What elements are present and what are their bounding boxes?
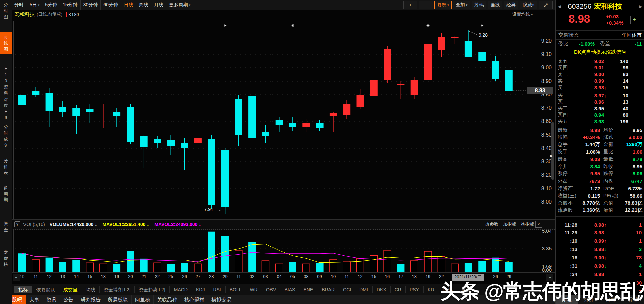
sidebar-item-5[interactable]: 分时成交 <box>0 124 12 148</box>
tab-label: 更多周期 <box>169 2 188 8</box>
panel-resize-handle[interactable] <box>551 122 554 180</box>
dk-signal-link[interactable]: DK点自动提示涨跌信号 <box>556 49 644 55</box>
date-label: 19 <box>110 274 123 279</box>
nav-item-5[interactable]: 研究报告 <box>77 295 104 304</box>
tab-period-8[interactable]: 周线 <box>136 0 151 10</box>
nav-item-8[interactable]: 关联品种 <box>154 295 181 304</box>
quote-tab-异动[interactable]: 异动 <box>622 295 644 304</box>
quote-tab-分价[interactable]: 分价 <box>578 295 600 304</box>
ask-row: 卖五9.02140 <box>556 58 644 64</box>
nav-item-7[interactable]: 问董秘 <box>132 295 154 304</box>
last-price-tag: 8.83 <box>527 87 553 94</box>
indicator-tab-RSI[interactable]: RSI <box>209 286 225 293</box>
kline-chart-region[interactable]: 9.209.109.008.908.808.708.608.508.408.30… <box>12 10 555 273</box>
add-to-watchlist-button[interactable]: + <box>630 16 638 24</box>
toolbar-button-6[interactable]: 隐藏» <box>520 1 537 9</box>
level-volume: 140 <box>604 58 644 64</box>
indicator-tab-BIAS[interactable]: BIAS <box>280 286 299 293</box>
indicator-tab-指标[interactable]: 指标 <box>14 286 32 293</box>
indicator-tab-MACD[interactable]: MACD <box>170 286 192 293</box>
toolbar-button-5[interactable]: 经典 <box>504 1 518 9</box>
prev-stock-icon[interactable]: ◀ <box>556 4 563 9</box>
sidebar-item-3[interactable]: F10资料 <box>0 66 12 96</box>
close-indicator-icon[interactable]: × <box>535 221 542 228</box>
indicator-tab-成交量[interactable]: 成交量 <box>59 286 82 293</box>
date-label: 10 <box>15 274 29 279</box>
help-icon[interactable]: ? <box>14 221 20 227</box>
indicator-tab-均线[interactable]: 均线 <box>82 286 100 293</box>
sidebar-item-9[interactable]: 龙虎榜 <box>0 250 12 268</box>
tab-period-5[interactable]: 30分钟 <box>81 0 101 10</box>
sidebar-item-4[interactable]: 深度F9 <box>0 97 12 121</box>
level-label: 买一 <box>556 92 572 99</box>
sidebar-item-2[interactable]: K线图 <box>0 32 12 54</box>
stat-label: 跌停 <box>600 170 624 177</box>
vol-action-2[interactable]: 加指标 <box>503 221 516 227</box>
tab-period-7[interactable]: 日线 <box>121 0 136 10</box>
quote-tab-分时[interactable]: 分时 <box>600 295 622 304</box>
chart-title-bar: 宏和科技 (日线,前复权) K180 设置均线 ▾ <box>12 10 555 18</box>
indicator-tab-ENE[interactable]: ENE <box>299 286 317 293</box>
indicator-tab-DMA[interactable]: DMA <box>438 286 457 293</box>
indicator-tab-OBV[interactable]: OBV <box>262 286 281 293</box>
sidebar-item-7[interactable]: 多周期 <box>0 185 12 203</box>
next-stock-icon[interactable]: ▶ <box>637 4 644 9</box>
button-label: 隐藏» <box>523 2 535 8</box>
tab-period-4[interactable]: 15分钟 <box>60 0 81 10</box>
date-label: 29 <box>218 274 232 279</box>
toolbar-button-1[interactable]: 复权▾ <box>434 1 452 9</box>
zoom-in-button[interactable]: + <box>403 1 417 9</box>
sidebar-item-6[interactable]: 分价表 <box>0 158 12 176</box>
ma-settings-button[interactable]: 设置均线 ▾ <box>512 11 533 17</box>
scroll-right-icon[interactable]: » <box>546 274 553 281</box>
toolbar-button-3[interactable]: 筹码 <box>472 1 486 9</box>
tab-period-9[interactable]: 月线 <box>151 0 166 10</box>
divider <box>556 48 644 48</box>
indicator-tab-KD[interactable]: KD <box>424 286 438 293</box>
toolbar-button-2[interactable]: 叠加▾ <box>453 1 470 9</box>
indicator-tab-DMI[interactable]: DMI <box>355 286 373 293</box>
indicator-tab-BRAR[interactable]: BRAR <box>317 286 339 293</box>
indicator-tab-BOLL[interactable]: BOLL <box>226 286 246 293</box>
divider <box>556 57 644 57</box>
nav-item-10[interactable]: 模拟交易 <box>208 295 235 304</box>
quote-tab-分笔[interactable]: 分笔 <box>556 295 578 304</box>
candlestick-chart[interactable] <box>12 10 555 273</box>
indicator-tab-DKX[interactable]: DKX <box>373 286 391 293</box>
vol-action-1[interactable]: 改参数 <box>485 221 498 227</box>
nav-item-6[interactable]: 所属板块 <box>104 295 132 304</box>
tab-period-1[interactable]: 分时 <box>12 0 27 10</box>
indicator-tab-更多[interactable]: 更多 <box>457 286 475 293</box>
vol-indicator-name: VOL(5,10) <box>23 222 45 227</box>
indicator-tab-WR[interactable]: WR <box>246 286 262 293</box>
indicator-tab-CR[interactable]: CR <box>391 286 406 293</box>
tab-period-3[interactable]: 5分钟 <box>42 0 60 10</box>
tab-period-2[interactable]: 5日▾ <box>27 0 42 10</box>
indicator-tab-KDJ[interactable]: KDJ <box>192 286 209 293</box>
date-tooltip: 2021/11/23/二 <box>452 274 484 281</box>
bid-row: 买三8.9540 <box>556 105 644 112</box>
indicator-tab-PSY[interactable]: PSY <box>406 286 424 293</box>
zoom-out-button[interactable]: − <box>419 1 433 9</box>
fullscreen-icon[interactable]: ⤢ <box>539 1 553 9</box>
toolbar-button-4[interactable]: 画线 <box>488 1 502 9</box>
tab-period-10[interactable]: 更多周期▾ <box>166 0 194 10</box>
vol-action-3[interactable]: 换指标 <box>521 221 534 227</box>
sidebar-item-1[interactable]: 分时图 <box>0 2 12 20</box>
indicator-tab-资金博弈[L2][interactable]: 资金博弈[L2] <box>100 286 135 293</box>
indicator-tab-CCI[interactable]: CCI <box>339 286 355 293</box>
tab-label: 分时 <box>14 2 24 8</box>
nav-item-2[interactable]: 大事 <box>26 295 43 304</box>
nav-item-9[interactable]: 核心题材 <box>181 295 208 304</box>
sidebar-item-8[interactable]: 资金 <box>0 221 12 233</box>
indicator-tab-资金趋势[L2][interactable]: 资金趋势[L2] <box>135 286 169 293</box>
trade-price: 8.98 <box>577 230 604 235</box>
tab-period-6[interactable]: 60分钟 <box>101 0 121 10</box>
status-value: 午间休市 <box>579 32 644 38</box>
panel-collapse-arrow-icon[interactable]: ▶ <box>550 154 553 158</box>
nav-item-4[interactable]: 公告 <box>60 295 77 304</box>
indicator-tab-恢复默认[interactable]: 恢复默认 <box>32 286 59 293</box>
level-price: 8.96 <box>572 99 604 105</box>
nav-item-3[interactable]: 资讯 <box>43 295 60 304</box>
date-label: 18 <box>408 274 421 279</box>
